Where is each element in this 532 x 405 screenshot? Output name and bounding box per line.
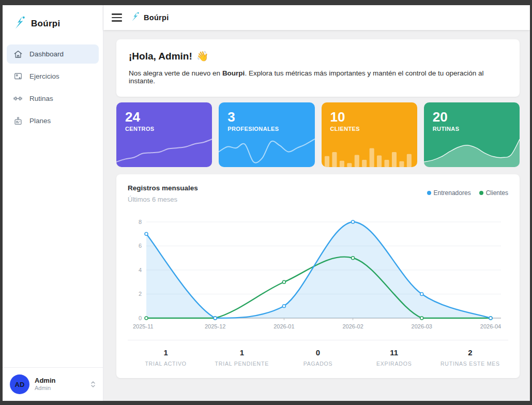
mini-stat-trial-activo: 1 TRIAL ACTIVO xyxy=(128,348,204,367)
monthly-registrations-card: Registros mensuales Últimos 6 meses Entr… xyxy=(116,174,520,378)
top-bar: Boúrpi xyxy=(103,5,530,30)
svg-text:0: 0 xyxy=(139,315,142,321)
stat-card-clientes: 10 CLIENTES xyxy=(322,102,417,167)
sidebar-item-ejercicios[interactable]: Ejercicios xyxy=(7,67,99,86)
stat-value: 3 xyxy=(227,110,306,124)
sidebar: Boúrpi Dashboard Ejercicios xyxy=(3,5,103,401)
brand-name: Boúrpi xyxy=(144,13,169,22)
user-role: Admin xyxy=(35,385,85,392)
sidebar-nav: Dashboard Ejercicios Rutinas xyxy=(3,44,103,130)
brand-logo-icon xyxy=(13,16,26,32)
brand-name-inline: Bourpi xyxy=(222,69,245,77)
mini-stat-pagados: 0 PAGADOS xyxy=(280,348,356,367)
wave-emoji: 👋 xyxy=(196,50,209,62)
home-icon xyxy=(13,49,23,59)
topbar-brand: Boúrpi xyxy=(130,11,169,24)
svg-text:2026-01: 2026-01 xyxy=(273,323,294,329)
stat-card-profesionales: 3 PROFESIONALES xyxy=(219,102,314,167)
stat-card-centros: 24 CENTROS xyxy=(116,102,212,167)
chevron-up-down-icon[interactable] xyxy=(90,380,96,388)
svg-text:2025-12: 2025-12 xyxy=(205,323,225,329)
sparkline-chart xyxy=(424,135,520,167)
user-menu[interactable]: AD Admin Admin xyxy=(3,367,103,401)
mini-stats-row: 1 TRIAL ACTIVO 1 TRIAL PENDIENTE 0 PAGAD… xyxy=(128,340,508,377)
dashboard-content: ¡Hola, Admin! 👋 Nos alegra verte de nuev… xyxy=(103,30,530,401)
stat-value: 10 xyxy=(330,110,408,124)
svg-text:2026-04: 2026-04 xyxy=(480,323,501,329)
svg-text:2026-02: 2026-02 xyxy=(342,323,363,329)
stat-cards-row: 24 CENTROS 3 PROFESIONALES 10 CLIENTES 2… xyxy=(116,102,520,167)
sidebar-item-rutinas[interactable]: Rutinas xyxy=(7,89,99,108)
legend-dot xyxy=(479,191,483,195)
sidebar-item-label: Dashboard xyxy=(29,50,64,58)
svg-text:8: 8 xyxy=(139,219,142,225)
sparkline-chart xyxy=(322,135,417,167)
stat-card-rutinas: 20 RUTINAS xyxy=(424,102,520,167)
stat-label: CENTROS xyxy=(125,126,203,132)
sidebar-brand: Boúrpi xyxy=(3,5,103,44)
legend-item-entrenadores[interactable]: Entrenadores xyxy=(427,189,471,197)
legend-item-clientes[interactable]: Clientes xyxy=(479,189,508,197)
stat-label: CLIENTES xyxy=(330,126,408,132)
svg-text:2025-11: 2025-11 xyxy=(133,323,154,329)
main-column: Boúrpi ¡Hola, Admin! 👋 Nos alegra verte … xyxy=(103,5,530,401)
chart-header: Registros mensuales Últimos 6 meses Entr… xyxy=(128,184,508,203)
line-chart: 024682025-112025-122026-012026-022026-03… xyxy=(128,215,508,333)
stat-value: 20 xyxy=(433,110,511,124)
welcome-message: Nos alegra verte de nuevo en Bourpi. Exp… xyxy=(129,69,507,85)
stat-label: RUTINAS xyxy=(433,126,511,132)
id-card-icon xyxy=(13,116,23,126)
avatar: AD xyxy=(10,374,29,394)
chart-subtitle: Últimos 6 meses xyxy=(128,196,198,203)
chart-title: Registros mensuales xyxy=(128,184,198,192)
user-info: Admin Admin xyxy=(35,377,85,392)
sidebar-item-label: Planes xyxy=(29,117,51,125)
sparkline-chart xyxy=(219,135,314,167)
stat-label: PROFESIONALES xyxy=(227,126,306,132)
sparkline-chart xyxy=(116,135,212,167)
mini-stat-expirados: 11 EXPIRADOS xyxy=(356,348,432,367)
dumbbell-icon xyxy=(13,94,23,103)
brand-name: Boúrpi xyxy=(31,19,60,29)
hamburger-menu-icon[interactable] xyxy=(112,13,122,22)
user-name: Admin xyxy=(35,377,85,385)
svg-text:2026-03: 2026-03 xyxy=(412,323,432,329)
sidebar-item-label: Ejercicios xyxy=(29,72,59,80)
svg-text:4: 4 xyxy=(139,267,142,273)
svg-text:6: 6 xyxy=(139,243,142,249)
stat-value: 24 xyxy=(125,110,203,124)
brand-logo-icon xyxy=(130,11,140,24)
app-window: Boúrpi Dashboard Ejercicios xyxy=(3,5,530,401)
svg-text:2: 2 xyxy=(139,291,142,297)
sidebar-item-planes[interactable]: Planes xyxy=(7,111,99,130)
chart-legend: Entrenadores Clientes xyxy=(427,184,508,197)
legend-dot xyxy=(427,191,431,195)
welcome-title: ¡Hola, Admin! 👋 xyxy=(129,50,507,62)
sidebar-item-dashboard[interactable]: Dashboard xyxy=(7,44,99,64)
welcome-card: ¡Hola, Admin! 👋 Nos alegra verte de nuev… xyxy=(116,39,520,97)
media-icon xyxy=(13,71,23,81)
sidebar-item-label: Rutinas xyxy=(29,95,53,102)
mini-stat-rutinas-mes: 2 RUTINAS ESTE MES xyxy=(432,348,508,367)
mini-stat-trial-pendiente: 1 TRIAL PENDIENTE xyxy=(204,348,280,367)
